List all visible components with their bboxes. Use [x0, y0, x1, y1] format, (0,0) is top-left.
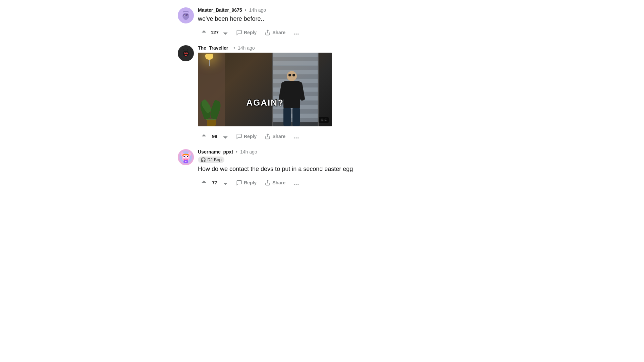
upvote-icon-2	[201, 133, 207, 140]
comment-3-badge: 🎧 DJ Bop	[198, 157, 224, 163]
reply-button-1[interactable]: Reply	[233, 27, 260, 38]
svg-point-15	[186, 53, 187, 54]
comment-3-time: 14h ago	[240, 149, 257, 155]
svg-point-4	[184, 15, 185, 16]
blind-slat-1	[273, 53, 318, 57]
figure-leg-right	[292, 108, 300, 126]
downvote-icon-1	[222, 29, 229, 36]
comment-3-dot: •	[236, 149, 237, 155]
comment-1-votes: 127	[198, 26, 231, 39]
share-icon-1	[265, 29, 271, 36]
comment-1-username: Master_Baiter_9675	[198, 7, 242, 13]
downvote-button-3[interactable]	[219, 177, 231, 189]
vote-count-1: 127	[211, 30, 219, 35]
figure-eye-left	[288, 74, 291, 76]
comment-1: Master_Baiter_9675 • 14h ago we've been …	[178, 3, 466, 41]
comment-2-header: The_Traveller_ • 14h ago	[198, 45, 466, 51]
svg-point-26	[185, 161, 186, 162]
figure-torso-wrapper	[283, 81, 300, 108]
comment-2-time: 14h ago	[238, 45, 255, 51]
avatar-icon-username	[178, 149, 194, 165]
reply-icon-2	[236, 133, 242, 139]
comment-1-actions: 127 Reply	[198, 26, 466, 39]
upvote-button-3[interactable]	[198, 177, 210, 189]
avatar-icon-master	[180, 9, 192, 21]
blind-slat-2	[273, 57, 318, 61]
comment-3-body: Username_ppxt • 14h ago 🎧 DJ Bop How do …	[198, 149, 466, 189]
comment-2-votes: 98	[198, 130, 231, 142]
upvote-button-1[interactable]	[198, 26, 210, 39]
scene-figure	[283, 71, 300, 126]
share-button-3[interactable]: Share	[261, 178, 289, 188]
comment-1-body: Master_Baiter_9675 • 14h ago we've been …	[198, 7, 466, 39]
vote-count-2: 98	[211, 134, 219, 139]
downvote-icon-2	[222, 133, 229, 140]
gif-scene: AGAIN? GIF	[198, 53, 332, 126]
figure-legs	[283, 108, 300, 126]
upvote-icon-3	[201, 179, 207, 186]
gif-text-overlay: AGAIN?	[246, 98, 284, 108]
upvote-icon-1	[201, 29, 207, 36]
reply-button-2[interactable]: Reply	[233, 131, 260, 141]
scene-lamp-stand	[209, 60, 210, 66]
avatar-traveller	[178, 45, 194, 61]
blind-slat-3	[273, 61, 318, 66]
share-icon-3	[265, 180, 271, 186]
share-icon-2	[265, 133, 271, 139]
comment-1-header: Master_Baiter_9675 • 14h ago	[198, 7, 466, 13]
comment-2-body: The_Traveller_ • 14h ago	[198, 45, 466, 142]
blind-slat-4	[273, 66, 318, 70]
avatar-icon-traveller	[180, 47, 192, 59]
comment-1-text: we've been here before..	[198, 15, 466, 23]
gif-container[interactable]: AGAIN? GIF	[198, 53, 332, 126]
share-button-1[interactable]: Share	[261, 27, 289, 38]
comment-2-actions: 98 Reply	[198, 130, 466, 142]
downvote-button-2[interactable]	[219, 130, 231, 142]
reply-icon-3	[236, 180, 242, 186]
figure-head	[287, 71, 297, 81]
badge-label: DJ Bop	[207, 157, 222, 162]
more-button-2[interactable]: …	[290, 130, 302, 142]
svg-point-5	[187, 15, 188, 16]
comment-3: Username_ppxt • 14h ago 🎧 DJ Bop How do …	[178, 145, 466, 191]
badge-icon: 🎧	[201, 157, 206, 162]
scene-plant	[200, 89, 223, 126]
comment-2-username: The_Traveller_	[198, 45, 231, 51]
svg-point-9	[183, 51, 189, 57]
comment-3-actions: 77 Reply	[198, 177, 466, 189]
avatar-master	[178, 7, 194, 23]
figure-eye-right	[292, 74, 295, 76]
figure-leg-left	[283, 108, 291, 126]
reply-icon-1	[236, 29, 242, 36]
comment-1-dot: •	[245, 7, 247, 13]
plant-pot	[207, 120, 216, 126]
reply-button-3[interactable]: Reply	[233, 178, 260, 188]
comments-container: Master_Baiter_9675 • 14h ago we've been …	[178, 0, 466, 195]
comment-3-username: Username_ppxt	[198, 149, 233, 155]
downvote-icon-3	[222, 179, 229, 186]
downvote-button-1[interactable]	[219, 26, 231, 39]
gif-badge: GIF	[319, 117, 329, 123]
comment-2-dot: •	[233, 45, 235, 51]
svg-point-14	[184, 53, 185, 54]
comment-1-time: 14h ago	[249, 7, 266, 13]
upvote-button-2[interactable]	[198, 130, 210, 142]
more-button-1[interactable]: …	[290, 26, 302, 39]
comment-2: The_Traveller_ • 14h ago	[178, 41, 466, 145]
comment-3-text: How do we contact the devs to put in a s…	[198, 165, 466, 173]
vote-count-3: 77	[211, 180, 219, 185]
svg-point-6	[184, 18, 188, 20]
avatar-username	[178, 149, 194, 165]
more-button-3[interactable]: …	[290, 177, 302, 189]
comment-3-header: Username_ppxt • 14h ago	[198, 149, 466, 155]
comment-3-votes: 77	[198, 177, 231, 189]
share-button-2[interactable]: Share	[261, 131, 289, 141]
